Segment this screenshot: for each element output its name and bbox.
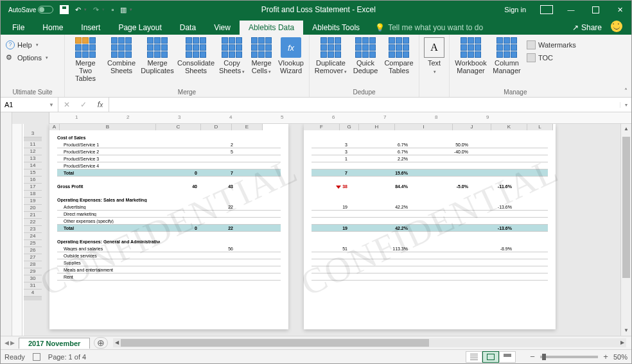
column-header[interactable]: A: [49, 124, 60, 130]
row-header[interactable]: 17: [24, 184, 42, 191]
hscroll-left-button[interactable]: ◀: [113, 338, 121, 347]
tab-ablebits-tools[interactable]: Ablebits Tools: [303, 21, 369, 35]
undo-button[interactable]: ↶▾: [73, 4, 89, 15]
row-header[interactable]: 11: [24, 141, 42, 148]
copy-sheets-button[interactable]: Copy Sheets▾: [216, 36, 247, 87]
column-header[interactable]: B: [60, 124, 156, 130]
zoom-in-button[interactable]: +: [602, 352, 610, 361]
row-header[interactable]: 29: [24, 268, 42, 275]
column-header[interactable]: J: [453, 124, 491, 130]
row-header[interactable]: 27: [24, 254, 42, 261]
enter-formula-button[interactable]: ✓: [75, 98, 92, 112]
page-layout-view[interactable]: 3111213141516171819202122232425262728293…: [24, 124, 631, 336]
watermarks-button[interactable]: Watermarks: [524, 39, 579, 51]
row-header[interactable]: 20: [24, 205, 42, 212]
tab-insert[interactable]: Insert: [72, 21, 109, 35]
sheet-tab-active[interactable]: 2017 November: [19, 338, 90, 349]
normal-view-button[interactable]: [466, 351, 482, 363]
row-header[interactable]: 15: [24, 169, 42, 177]
page-break-view-button[interactable]: [499, 351, 516, 363]
tab-file[interactable]: File: [3, 21, 33, 35]
row-header[interactable]: 16: [24, 177, 42, 184]
column-header[interactable]: G: [340, 124, 359, 130]
help-button[interactable]: ?Help▾: [3, 39, 62, 51]
row-header[interactable]: 26: [24, 247, 42, 254]
quick-dedupe-button[interactable]: Quick Dedupe: [349, 36, 382, 87]
column-header[interactable]: H: [359, 124, 395, 130]
ribbon-display-options-button[interactable]: [535, 1, 558, 19]
zoom-out-button[interactable]: −: [529, 352, 536, 361]
merge-duplicates-button[interactable]: Merge Duplicates: [139, 36, 175, 87]
feedback-smiley-button[interactable]: [611, 21, 622, 32]
page-layout-view-button[interactable]: [482, 351, 499, 363]
qat-more-icon[interactable]: ▥▾: [118, 4, 135, 15]
row-header[interactable]: 18: [24, 191, 42, 198]
row-header[interactable]: 31: [24, 282, 42, 290]
sign-in-button[interactable]: Sign in: [496, 1, 534, 19]
zoom-slider[interactable]: [540, 356, 598, 358]
workbook-manager-button[interactable]: Workbook Manager: [452, 36, 489, 87]
scroll-up-button[interactable]: ▲: [621, 124, 631, 134]
row-header[interactable]: 23: [24, 226, 42, 233]
tab-view[interactable]: View: [205, 21, 240, 35]
zoom-level[interactable]: 50%: [613, 353, 628, 361]
options-button[interactable]: ⚙Options▾: [3, 51, 62, 64]
new-sheet-button[interactable]: ⊕: [94, 337, 108, 349]
column-header[interactable]: L: [527, 124, 553, 130]
row-header[interactable]: 12: [24, 148, 42, 155]
row-header[interactable]: 14: [24, 162, 42, 169]
column-header[interactable]: I: [395, 124, 453, 130]
row-header[interactable]: 30: [24, 275, 42, 282]
scroll-thumb[interactable]: [622, 137, 630, 278]
vertical-scrollbar[interactable]: ▲ ▼: [620, 124, 631, 336]
tell-me-search[interactable]: 💡Tell me what you want to do: [369, 21, 489, 35]
toc-button[interactable]: TOC: [524, 51, 579, 64]
combine-sheets-button[interactable]: Combine Sheets: [103, 36, 139, 87]
cancel-formula-button[interactable]: ✕: [58, 98, 75, 112]
insert-function-button[interactable]: fx: [92, 98, 109, 112]
tab-ablebits-data[interactable]: Ablebits Data: [240, 21, 303, 35]
hscroll-right-button[interactable]: ▶: [619, 338, 626, 347]
row-header[interactable]: 19: [24, 198, 42, 205]
save-button[interactable]: [57, 4, 71, 15]
sheet-nav-prev-icon[interactable]: ◀: [4, 340, 9, 346]
name-box-input[interactable]: [4, 101, 43, 108]
row-header[interactable]: 25: [24, 240, 42, 247]
autosave-toggle[interactable]: AutoSave: [6, 4, 56, 15]
name-box-dropdown-icon[interactable]: ▼: [49, 102, 54, 108]
tab-page-layout[interactable]: Page Layout: [109, 21, 170, 35]
vlookup-wizard-button[interactable]: fxVlookup Wizard: [276, 36, 306, 87]
column-header[interactable]: C: [156, 124, 201, 130]
row-header[interactable]: 13: [24, 155, 42, 162]
horizontal-scrollbar[interactable]: ◀ ▶: [113, 338, 626, 347]
row-header[interactable]: 4: [24, 290, 42, 297]
minimize-button[interactable]: —: [559, 1, 583, 19]
macro-record-icon[interactable]: [33, 353, 40, 361]
column-header[interactable]: D: [201, 124, 232, 130]
column-header[interactable]: K: [491, 124, 527, 130]
tab-data[interactable]: Data: [171, 21, 205, 35]
compare-tables-button[interactable]: Compare Tables: [382, 36, 416, 87]
new-sheet-icon[interactable]: ▫: [109, 4, 116, 15]
column-manager-button[interactable]: Column Manager: [489, 36, 524, 87]
row-header[interactable]: 21: [24, 212, 42, 219]
text-button[interactable]: AText▾: [422, 36, 446, 87]
column-header[interactable]: F: [304, 124, 340, 130]
consolidate-sheets-button[interactable]: Consolidate Sheets: [175, 36, 216, 87]
duplicate-remover-button[interactable]: Duplicate Remover▾: [312, 36, 349, 87]
maximize-button[interactable]: [584, 1, 607, 19]
row-header[interactable]: 3: [24, 130, 42, 137]
expand-formula-bar-button[interactable]: ▾: [620, 102, 631, 108]
sheet-nav-next-icon[interactable]: ▶: [10, 340, 15, 346]
row-header[interactable]: 22: [24, 219, 42, 226]
tab-home[interactable]: Home: [33, 21, 72, 35]
hscroll-thumb[interactable]: [121, 339, 428, 347]
formula-input[interactable]: [109, 101, 620, 108]
collapse-ribbon-button[interactable]: ˄: [623, 86, 629, 96]
share-button[interactable]: ↗Share: [566, 21, 608, 35]
name-box[interactable]: ▼: [1, 98, 58, 112]
merge-cells-button[interactable]: Merge Cells▾: [247, 36, 276, 87]
merge-two-tables-button[interactable]: Merge Two Tables: [67, 36, 103, 87]
scroll-down-button[interactable]: ▼: [621, 325, 631, 336]
column-header[interactable]: E: [232, 124, 263, 130]
